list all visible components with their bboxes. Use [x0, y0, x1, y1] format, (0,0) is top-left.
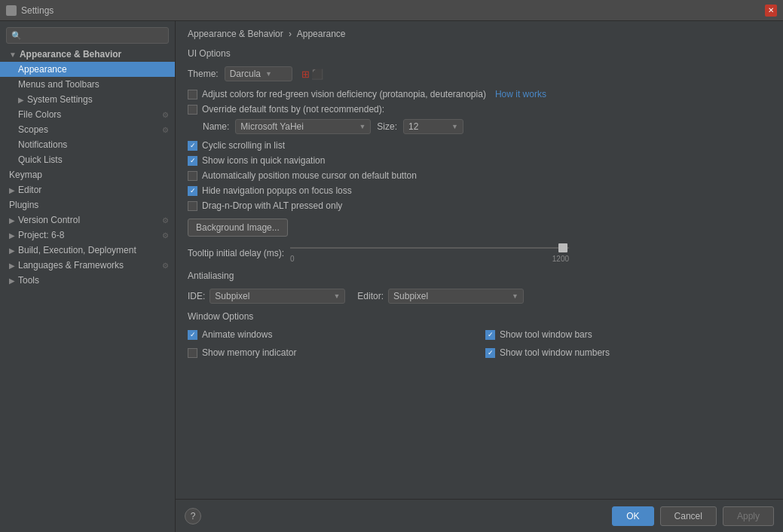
checkbox-cyclic[interactable]: [188, 141, 197, 151]
checkbox-animate-label: Animate windows: [202, 329, 272, 340]
sidebar-item-label: Plugins: [9, 200, 38, 210]
font-name-dropdown[interactable]: Microsoft YaHei ▼: [235, 119, 371, 134]
sidebar-item-quick-lists[interactable]: Quick Lists: [0, 152, 175, 167]
checkbox-auto-position-label: Automatically position mouse cursor on d…: [202, 170, 417, 181]
editor-aa-item: Editor: Subpixel ▼: [357, 289, 524, 304]
tooltip-slider[interactable]: [290, 243, 569, 253]
slider-min-label: 0: [290, 255, 295, 263]
checkbox-row-animate: Animate windows: [188, 329, 473, 340]
checkbox-auto-position[interactable]: [188, 171, 197, 181]
apply-button[interactable]: Apply: [723, 506, 774, 526]
expand-arrow-system-settings: ▶: [18, 96, 24, 104]
checkbox-override-fonts-label: Override default fonts by (not recommend…: [202, 104, 384, 115]
section-antialiasing: Antialiasing: [188, 271, 771, 281]
slider-max-label: 1200: [552, 255, 569, 263]
sidebar-item-notifications[interactable]: Notifications: [0, 137, 175, 152]
search-input[interactable]: [25, 30, 164, 41]
checkbox-memory[interactable]: [188, 348, 197, 358]
ok-button[interactable]: OK: [612, 506, 653, 526]
sidebar-item-version-control[interactable]: ▶ Version Control ⚙: [0, 212, 175, 228]
checkbox-row-red-green: Adjust colors for red-green vision defic…: [188, 89, 771, 99]
expand-arrow-project: ▶: [9, 231, 15, 240]
titlebar: Settings ✕: [0, 0, 783, 21]
sidebar-item-label: Scopes: [18, 124, 48, 135]
checkbox-hide-nav-label: Hide navigation popups on focus loss: [202, 185, 352, 196]
checkbox-row-cyclic: Cyclic scrolling in list: [188, 140, 771, 151]
tooltip-row: Tooltip initial delay (ms): 0 1200: [188, 243, 771, 263]
sidebar-item-project[interactable]: ▶ Project: 6-8 ⚙: [0, 228, 175, 243]
tooltip-label: Tooltip initial delay (ms):: [188, 248, 284, 258]
checkbox-show-icons[interactable]: [188, 156, 197, 166]
vc-icon: ⚙: [162, 216, 169, 225]
checkbox-row-drag-drop: Drag-n-Drop with ALT pressed only: [188, 200, 771, 211]
help-button[interactable]: ?: [185, 508, 201, 524]
checkbox-cyclic-label: Cyclic scrolling in list: [202, 140, 285, 151]
background-image-button[interactable]: Background Image...: [188, 219, 288, 237]
sidebar-item-system-settings[interactable]: ▶ System Settings: [0, 92, 175, 107]
breadcrumb-parent: Appearance & Behavior: [188, 29, 283, 39]
font-size-dropdown[interactable]: 12 ▼: [403, 119, 463, 134]
slider-thumb[interactable]: [558, 243, 567, 252]
sidebar-item-plugins[interactable]: Plugins: [0, 197, 175, 212]
expand-arrow-appearance-behavior: ▼: [9, 50, 17, 59]
font-size-label: Size:: [377, 121, 397, 132]
sidebar-item-editor[interactable]: ▶ Editor: [0, 182, 175, 197]
checkbox-drag-drop[interactable]: [188, 201, 197, 211]
editor-aa-dropdown[interactable]: Subpixel ▼: [388, 289, 524, 304]
main-panel: Appearance & Behavior › Appearance UI Op…: [176, 21, 783, 532]
slider-container: 0 1200: [290, 243, 569, 263]
bottom-bar: ? OK Cancel Apply: [176, 499, 783, 532]
sidebar-item-keymap[interactable]: Keymap: [0, 167, 175, 182]
checkbox-red-green-label: Adjust colors for red-green vision defic…: [202, 89, 486, 99]
sidebar-item-label: Version Control: [18, 215, 80, 225]
app-icon: [6, 5, 17, 16]
theme-edit-icon2[interactable]: ⬛: [311, 69, 323, 80]
checkbox-tool-numbers[interactable]: [485, 348, 495, 358]
sidebar-item-appearance-behavior[interactable]: ▼ Appearance & Behavior: [0, 47, 175, 62]
sidebar-item-menus-toolbars[interactable]: Menus and Toolbars: [0, 77, 175, 92]
checkbox-hide-nav[interactable]: [188, 186, 197, 196]
checkbox-tool-bars[interactable]: [485, 330, 495, 340]
section-window-options: Window Options: [188, 311, 771, 322]
slider-track: [290, 247, 569, 249]
expand-arrow-vc: ▶: [9, 216, 15, 225]
font-name-arrow: ▼: [359, 123, 366, 130]
ide-aa-arrow: ▼: [333, 292, 340, 300]
section-ui-options: UI Options: [188, 48, 771, 59]
search-box[interactable]: 🔍: [6, 27, 169, 44]
sidebar-item-scopes[interactable]: Scopes ⚙: [0, 122, 175, 137]
sidebar-item-build[interactable]: ▶ Build, Execution, Deployment: [0, 243, 175, 258]
sidebar-item-label: Appearance & Behavior: [20, 49, 121, 60]
ide-aa-dropdown[interactable]: Subpixel ▼: [210, 289, 345, 304]
how-it-works-link[interactable]: How it works: [495, 89, 546, 99]
sidebar-item-label: Build, Execution, Deployment: [18, 245, 136, 255]
checkbox-row-tool-bars: Show tool window bars: [485, 329, 771, 340]
checkbox-row-show-icons: Show icons in quick navigation: [188, 155, 771, 166]
editor-aa-arrow: ▼: [512, 292, 518, 300]
sidebar-item-languages[interactable]: ▶ Languages & Frameworks ⚙: [0, 258, 175, 273]
file-colors-icon: ⚙: [162, 111, 169, 119]
checkbox-animate[interactable]: [188, 330, 197, 340]
sidebar-item-appearance[interactable]: Appearance: [0, 62, 175, 77]
checkbox-row-memory: Show memory indicator: [188, 347, 473, 358]
checkbox-memory-label: Show memory indicator: [202, 347, 296, 358]
sidebar-item-tools[interactable]: ▶ Tools: [0, 273, 175, 288]
project-icon: ⚙: [162, 231, 169, 240]
theme-edit-icon1[interactable]: ⊞: [301, 69, 310, 80]
theme-dropdown[interactable]: Darcula ▼: [225, 66, 292, 81]
cancel-button[interactable]: Cancel: [660, 506, 717, 526]
search-icon: 🔍: [11, 31, 22, 41]
antialiasing-section: Antialiasing IDE: Subpixel ▼ Editor:: [188, 271, 771, 304]
editor-aa-label: Editor:: [357, 291, 384, 301]
checkbox-override-fonts[interactable]: [188, 105, 197, 115]
sidebar-item-file-colors[interactable]: File Colors ⚙: [0, 107, 175, 122]
sidebar-item-label: Languages & Frameworks: [18, 260, 124, 271]
checkbox-red-green[interactable]: [188, 90, 197, 99]
sidebar-item-label: Quick Lists: [18, 154, 63, 165]
checkbox-show-icons-label: Show icons in quick navigation: [202, 155, 325, 166]
close-button[interactable]: ✕: [765, 5, 777, 17]
theme-label: Theme:: [188, 69, 219, 79]
ide-aa-value: Subpixel: [215, 291, 249, 301]
font-size-value: 12: [408, 121, 418, 132]
theme-icon-buttons: ⊞ ⬛: [301, 69, 323, 80]
